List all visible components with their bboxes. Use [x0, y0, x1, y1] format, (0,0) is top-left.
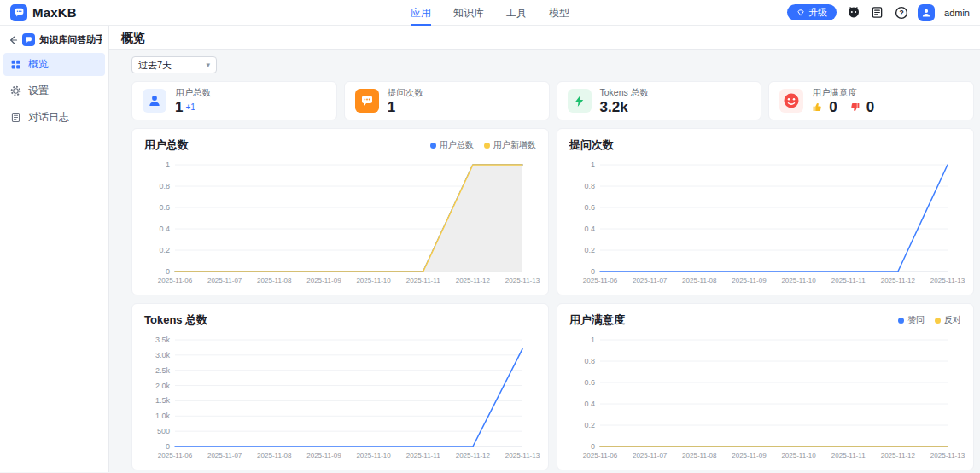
nav-tab-models[interactable]: 模型 [549, 0, 569, 26]
nav-tab-tools[interactable]: 工具 [506, 0, 527, 26]
stat-card-satisfaction: 用户满意度 0 0 [768, 81, 974, 120]
sidebar-item-overview[interactable]: 概览 [3, 53, 105, 76]
upgrade-button-label: 升级 [808, 6, 827, 19]
stat-label: 提问次数 [388, 87, 423, 99]
chart-head: Tokens 总数 [144, 312, 536, 328]
svg-text:?: ? [899, 9, 903, 17]
chart-card-questions: 提问次数 00.20.40.60.812025-11-062025-11-072… [557, 128, 974, 295]
svg-text:2025-11-08: 2025-11-08 [257, 452, 292, 459]
github-icon[interactable] [846, 5, 860, 20]
svg-text:2025-11-10: 2025-11-10 [781, 277, 816, 284]
stat-card-questions: 提问次数 1 [344, 81, 550, 120]
svg-text:0.4: 0.4 [584, 225, 595, 233]
top-navbar: MaxKB 应用 知识库 工具 模型 升级 ? admin [0, 0, 980, 26]
svg-text:1: 1 [591, 336, 595, 344]
user-avatar[interactable] [918, 4, 935, 21]
svg-text:2025-11-11: 2025-11-11 [406, 452, 440, 459]
help-icon[interactable]: ? [894, 5, 908, 20]
sidebar-menu: 概览 设置 对话日志 [0, 53, 108, 129]
chevron-down-icon: ▾ [206, 61, 210, 69]
svg-text:0: 0 [591, 267, 595, 276]
svg-text:2025-11-09: 2025-11-09 [732, 452, 767, 459]
legend-item[interactable]: 用户总数 [430, 139, 474, 151]
svg-text:0.8: 0.8 [159, 182, 170, 190]
app-icon [22, 33, 35, 46]
legend-item[interactable]: 赞同 [898, 314, 925, 326]
svg-text:2025-11-08: 2025-11-08 [682, 277, 717, 284]
stat-card-tokens: Tokens 总数 3.2k [557, 81, 762, 120]
svg-text:0.6: 0.6 [584, 378, 595, 387]
maxkb-logo[interactable]: MaxKB [10, 4, 77, 21]
svg-text:0.6: 0.6 [159, 203, 170, 212]
svg-text:3.0k: 3.0k [155, 351, 171, 359]
overview-content: 过去7天 ▾ 用户总数 1+1 [109, 50, 980, 472]
legend-dot-icon [484, 143, 490, 149]
grid-icon [10, 59, 22, 71]
chart-title: Tokens 总数 [144, 312, 207, 328]
svg-text:1: 1 [591, 161, 595, 169]
svg-text:2025-11-13: 2025-11-13 [930, 277, 965, 284]
sidebar-item-chat-logs[interactable]: 对话日志 [3, 106, 105, 129]
docs-icon[interactable] [870, 5, 884, 20]
sidebar-item-settings[interactable]: 设置 [3, 79, 105, 102]
stats-row: 用户总数 1+1 提问次数 1 [131, 81, 974, 120]
thumb-up-count: 0 [829, 100, 837, 115]
stat-value: 1+1 [175, 100, 211, 115]
main-area: 概览 过去7天 ▾ 用户总数 1+1 [109, 26, 980, 472]
username-label[interactable]: admin [944, 8, 970, 18]
legend-item[interactable]: 反对 [935, 314, 961, 326]
line-chart-svg: 00.20.40.60.812025-11-062025-11-072025-1… [569, 158, 961, 286]
chart-card-satisfaction: 用户满意度 赞同反对 00.20.40.60.812025-11-062025-… [557, 303, 974, 470]
nav-tab-apps[interactable]: 应用 [411, 0, 431, 26]
thumb-down-count: 0 [866, 100, 874, 115]
app-title: 知识库问答助手 [39, 33, 102, 46]
legend-dot-icon [430, 143, 436, 149]
svg-text:2025-11-10: 2025-11-10 [356, 277, 391, 284]
back-arrow-icon[interactable] [7, 34, 18, 46]
svg-text:2025-11-07: 2025-11-07 [207, 277, 242, 284]
time-range-select[interactable]: 过去7天 ▾ [131, 56, 217, 73]
svg-text:2025-11-08: 2025-11-08 [257, 277, 292, 284]
svg-text:2025-11-09: 2025-11-09 [306, 277, 341, 284]
chart-canvas: 00.20.40.60.812025-11-062025-11-072025-1… [569, 333, 961, 461]
svg-text:2025-11-08: 2025-11-08 [682, 452, 717, 459]
app-header: 知识库问答助手 [0, 26, 108, 53]
svg-text:2025-11-12: 2025-11-12 [881, 277, 916, 284]
token-icon [568, 89, 592, 113]
svg-text:2025-11-12: 2025-11-12 [456, 277, 491, 284]
nav-tab-knowledge[interactable]: 知识库 [453, 0, 484, 26]
chart-legend: 赞同反对 [898, 314, 961, 326]
svg-text:0.2: 0.2 [584, 246, 595, 254]
upgrade-button[interactable]: 升级 [787, 4, 837, 20]
svg-text:2025-11-06: 2025-11-06 [158, 277, 193, 284]
svg-text:1.5k: 1.5k [155, 396, 171, 405]
svg-text:2025-11-07: 2025-11-07 [207, 452, 242, 459]
chart-card-users-total: 用户总数 用户总数用户新增数 00.20.40.60.812025-11-062… [131, 128, 549, 295]
sidebar-item-label: 设置 [28, 84, 49, 98]
log-icon [10, 112, 22, 124]
svg-text:2025-11-07: 2025-11-07 [633, 277, 668, 284]
svg-text:2025-11-09: 2025-11-09 [306, 452, 341, 459]
svg-text:2025-11-11: 2025-11-11 [831, 277, 866, 284]
legend-dot-icon [935, 318, 941, 324]
svg-text:1: 1 [166, 161, 170, 169]
svg-text:500: 500 [157, 427, 170, 435]
chart-legend: 用户总数用户新增数 [430, 139, 536, 151]
page-title: 概览 [109, 26, 980, 50]
nav-right-group: 升级 ? admin [787, 4, 970, 21]
svg-text:1.0k: 1.0k [155, 412, 171, 420]
chart-head: 提问次数 [569, 137, 961, 153]
stat-delta: +1 [185, 102, 195, 112]
chat-icon [355, 89, 379, 113]
time-range-value: 过去7天 [138, 59, 172, 72]
primary-nav: 应用 知识库 工具 模型 [411, 0, 569, 26]
stat-label: Tokens 总数 [600, 87, 649, 99]
svg-text:2025-11-11: 2025-11-11 [831, 452, 866, 459]
charts-grid: 用户总数 用户总数用户新增数 00.20.40.60.812025-11-062… [131, 128, 974, 470]
line-chart-svg: 00.20.40.60.812025-11-062025-11-072025-1… [144, 158, 536, 286]
svg-text:2025-11-10: 2025-11-10 [781, 452, 816, 459]
chart-card-tokens: Tokens 总数 05001.0k1.5k2.0k2.5k3.0k3.5k20… [131, 303, 549, 470]
legend-item[interactable]: 用户新增数 [484, 139, 536, 151]
thumb-up-icon [812, 102, 824, 114]
sidebar-item-label: 概览 [28, 57, 49, 72]
